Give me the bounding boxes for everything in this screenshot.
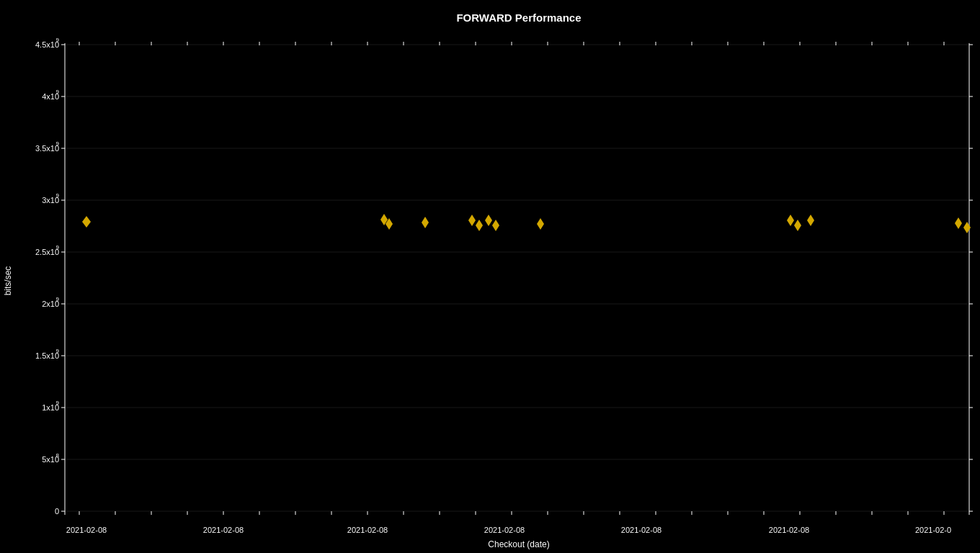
y-tick-sup-8: 9 [56, 89, 60, 95]
y-axis-label: bits/sec [3, 266, 13, 296]
x-label-6: 2021-02-08 [769, 526, 809, 534]
y-tick-sup-2: 9 [56, 400, 60, 406]
data-point-13 [955, 217, 962, 229]
data-point-8 [492, 220, 499, 231]
data-point-11 [794, 220, 801, 231]
y-tick-sup-1: 8 [56, 452, 60, 459]
data-point-1 [82, 216, 91, 228]
data-point-6 [476, 220, 483, 231]
bottom-ticks [79, 511, 944, 515]
y-tick-sup-7: 9 [56, 140, 60, 147]
data-point-5 [468, 215, 476, 226]
data-point-10 [787, 215, 794, 226]
x-label-1: 2021-02-08 [66, 526, 107, 534]
chart-container: FORWARD Performance 0 5x10 8 1x10 9 1.5x… [0, 0, 980, 553]
x-label-5: 2021-02-08 [621, 526, 662, 534]
y-tick-label-0: 0 [55, 507, 59, 516]
y-tick-sup-4: 9 [56, 296, 60, 302]
y-tick-sup-9: 9 [56, 37, 60, 43]
x-label-4: 2021-02-08 [484, 526, 525, 534]
x-axis-label: Checkout (date) [488, 539, 549, 549]
x-label-7: 2021-02-0 [915, 526, 951, 534]
data-point-4 [422, 217, 429, 228]
data-point-7 [485, 215, 492, 226]
x-label-3: 2021-02-08 [347, 526, 388, 534]
x-label-2: 2021-02-08 [203, 526, 244, 534]
main-chart: FORWARD Performance 0 5x10 8 1x10 9 1.5x… [0, 0, 980, 553]
y-tick-sup-6: 9 [56, 192, 60, 199]
data-point-12 [807, 215, 814, 226]
y-tick-sup-5: 9 [56, 244, 60, 251]
data-point-9 [537, 218, 544, 230]
chart-title: FORWARD Performance [456, 12, 581, 24]
y-tick-sup-3: 9 [56, 348, 60, 354]
